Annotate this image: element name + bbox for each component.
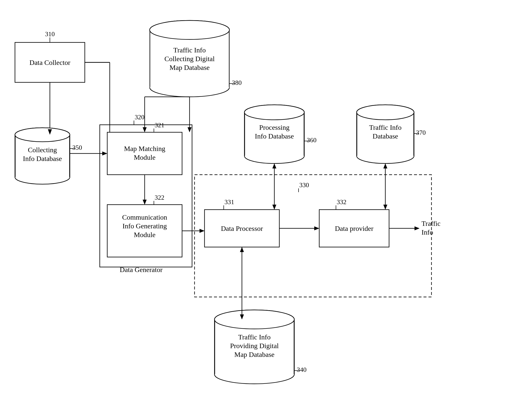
svg-point-8 [150, 20, 229, 39]
svg-marker-86 [240, 247, 244, 252]
traffic-info-providing-db-label: Traffic Info [238, 333, 271, 341]
svg-text:Info: Info [421, 228, 433, 236]
svg-marker-80 [272, 163, 276, 168]
ref-340: 340 [297, 366, 307, 373]
svg-marker-68 [143, 127, 147, 132]
svg-text:Module: Module [134, 231, 155, 239]
svg-text:Info Database: Info Database [255, 132, 294, 140]
svg-text:Providing Digital: Providing Digital [230, 342, 279, 350]
svg-marker-83 [383, 163, 387, 168]
data-processor-label: Data Processor [221, 225, 263, 232]
ref-321: 321 [155, 122, 164, 129]
svg-marker-72 [200, 229, 205, 233]
svg-text:Map Database: Map Database [170, 64, 210, 71]
traffic-info-output-label: Traffic [421, 220, 440, 227]
svg-marker-70 [143, 200, 147, 205]
ref-320: 320 [135, 114, 144, 121]
ref-380: 380 [232, 79, 242, 86]
ref-310: 310 [45, 30, 55, 38]
svg-text:Map Database: Map Database [234, 351, 275, 358]
ref-331: 331 [224, 198, 234, 206]
svg-marker-76 [415, 226, 419, 230]
svg-marker-74 [314, 226, 319, 230]
traffic-info-db-label: Traffic Info [369, 124, 402, 131]
ref-370: 370 [416, 129, 426, 136]
map-matching-label: Map Matching [124, 145, 165, 152]
svg-text:Info Database: Info Database [23, 155, 62, 162]
svg-text:Database: Database [373, 132, 398, 140]
svg-marker-65 [188, 127, 192, 132]
data-provider-label: Data provider [335, 225, 374, 232]
ref-360: 360 [307, 137, 316, 144]
svg-point-36 [357, 105, 414, 120]
svg-marker-82 [383, 205, 387, 210]
ref-322: 322 [155, 194, 164, 201]
svg-text:Info Generating: Info Generating [122, 222, 167, 230]
comm-info-label: Communication [122, 213, 167, 221]
data-collector-label: Data Collector [29, 59, 71, 66]
svg-point-27 [244, 105, 304, 120]
processing-info-db-label: Processing [259, 124, 289, 131]
diagram-svg: Traffic Info Collecting Digital Map Data… [0, 0, 523, 420]
ref-332: 332 [337, 198, 346, 206]
ref-350: 350 [72, 144, 82, 151]
data-generator-label: Data Generator [120, 266, 163, 274]
ref-330: 330 [299, 181, 309, 189]
svg-marker-79 [272, 205, 276, 210]
svg-text:Module: Module [134, 153, 155, 161]
svg-text:Collecting Digital: Collecting Digital [164, 55, 215, 63]
diagram-container: Traffic Info Collecting Digital Map Data… [0, 0, 523, 420]
svg-point-45 [214, 310, 294, 329]
svg-point-18 [15, 128, 70, 142]
collecting-info-db-label: Collecting [28, 146, 57, 154]
svg-marker-61 [102, 151, 107, 155]
traffic-info-collecting-db-label: Traffic Info [173, 46, 206, 54]
